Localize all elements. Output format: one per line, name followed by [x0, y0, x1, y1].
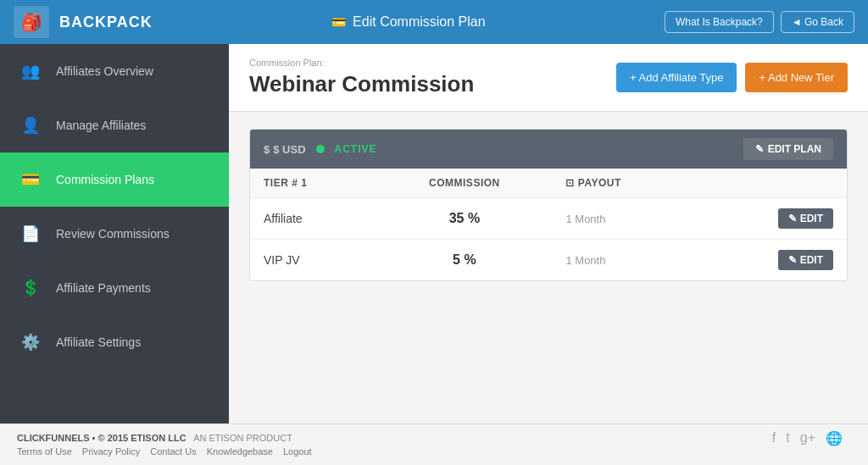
twitter-icon[interactable]: t: [786, 430, 789, 446]
sidebar: 👥 Affiliates Overview 👤 Manage Affiliate…: [0, 44, 229, 423]
review-commissions-icon: 📄: [17, 220, 44, 247]
globe-icon[interactable]: 🌐: [826, 430, 843, 446]
commission-header: COMMISSION: [376, 169, 552, 198]
content-header-left: Commission Plan: Webinar Commission: [249, 58, 474, 97]
credit-card-icon: 💳: [331, 15, 346, 29]
sidebar-item-label: Manage Affiliates: [56, 119, 146, 132]
plan-status-bar: $ $ USD ACTIVE ✎ EDIT PLAN: [250, 130, 847, 169]
tier-table: TIER # 1 COMMISSION ⊡ PAYOUT Affiliate 3…: [250, 169, 847, 280]
add-affiliate-type-button[interactable]: + Add Affiliate Type: [616, 63, 737, 92]
top-nav-actions: What Is Backpack? ◄ Go Back: [665, 11, 854, 33]
table-row: VIP JV 5 % 1 Month ✎ EDIT: [250, 240, 847, 281]
row-vip-edit-col: ✎ EDIT: [700, 240, 847, 281]
content-header: Commission Plan: Webinar Commission + Ad…: [229, 44, 868, 112]
edit-icon: ✎: [755, 143, 764, 155]
dollar-icon: $: [264, 143, 270, 156]
footer: CLICKFUNNELS • © 2015 ETISON LLC AN ETIS…: [0, 423, 868, 465]
sidebar-item-label: Review Commissions: [56, 227, 170, 241]
affiliate-payments-icon: 💲: [17, 274, 44, 302]
plan-currency: $ $ USD: [264, 143, 306, 156]
footer-link-terms[interactable]: Terms of Use: [17, 446, 72, 457]
tier-name-header: TIER # 1: [250, 169, 376, 198]
edit-plan-button[interactable]: ✎ EDIT PLAN: [743, 138, 833, 160]
manage-affiliates-icon: 👤: [17, 112, 44, 139]
plan-container: $ $ USD ACTIVE ✎ EDIT PLAN: [229, 112, 868, 298]
footer-link-contact[interactable]: Contact Us: [150, 446, 196, 457]
row-vip-edit-button[interactable]: ✎ EDIT: [778, 250, 833, 270]
row-affiliate-commission: 35 %: [376, 198, 552, 240]
facebook-icon[interactable]: f: [772, 430, 776, 446]
sidebar-item-label: Affiliate Payments: [56, 281, 151, 295]
status-dot-icon: [316, 145, 325, 153]
affiliate-settings-icon: ⚙️: [17, 329, 44, 356]
content-header-actions: + Add Affiliate Type + Add New Tier: [616, 63, 848, 92]
payout-header: ⊡ PAYOUT: [552, 169, 699, 198]
footer-link-kb[interactable]: Knowledgebase: [207, 446, 273, 457]
backpack-logo-icon: 🎒: [21, 12, 42, 32]
commission-plans-icon: 💳: [17, 166, 44, 193]
commission-plan-title: Webinar Commission: [249, 71, 474, 97]
sidebar-item-label: Affiliates Overview: [56, 64, 153, 78]
top-nav: 🎒 BACKPACK 💳 Edit Commission Plan What I…: [0, 0, 868, 44]
row-affiliate-edit-button[interactable]: ✎ EDIT: [778, 208, 833, 229]
main-layout: 👥 Affiliates Overview 👤 Manage Affiliate…: [0, 44, 868, 423]
footer-links: Terms of Use Privacy Policy Contact Us K…: [17, 446, 851, 457]
what-is-backpack-button[interactable]: What Is Backpack?: [665, 11, 774, 33]
commission-plan-label: Commission Plan:: [249, 58, 474, 68]
footer-social: f t g+ 🌐: [772, 430, 843, 446]
content-area: Commission Plan: Webinar Commission + Ad…: [229, 44, 868, 423]
row-vip-commission: 5 %: [376, 240, 552, 281]
sidebar-item-affiliate-settings[interactable]: ⚙️ Affiliate Settings: [0, 315, 229, 369]
sidebar-item-commission-plans[interactable]: 💳 Commission Plans: [0, 152, 229, 207]
row-vip-payout: 1 Month: [552, 240, 699, 281]
logo-box: 🎒: [14, 6, 49, 38]
page-title: 💳 Edit Commission Plan: [331, 14, 486, 30]
footer-copyright: CLICKFUNNELS • © 2015 ETISON LLC AN ETIS…: [17, 433, 851, 443]
row-affiliate-edit-col: ✎ EDIT: [700, 198, 847, 240]
brand-name: BACKPACK: [59, 14, 153, 31]
actions-header: [700, 169, 847, 198]
footer-link-logout[interactable]: Logout: [283, 446, 312, 457]
tier-header-row: TIER # 1 COMMISSION ⊡ PAYOUT: [250, 169, 847, 198]
add-new-tier-button[interactable]: + Add New Tier: [745, 63, 848, 92]
plan-card: $ $ USD ACTIVE ✎ EDIT PLAN: [249, 129, 848, 281]
sidebar-item-affiliate-payments[interactable]: 💲 Affiliate Payments: [0, 261, 229, 315]
footer-link-privacy[interactable]: Privacy Policy: [82, 446, 140, 457]
sidebar-item-label: Commission Plans: [56, 173, 154, 186]
googleplus-icon[interactable]: g+: [800, 430, 815, 446]
plan-status-text: ACTIVE: [335, 143, 377, 155]
affiliates-overview-icon: 👥: [17, 58, 44, 85]
table-row: Affiliate 35 % 1 Month ✎ EDIT: [250, 198, 847, 240]
sidebar-item-affiliates-overview[interactable]: 👥 Affiliates Overview: [0, 44, 229, 98]
sidebar-item-label: Affiliate Settings: [56, 335, 141, 349]
row-vip-name: VIP JV: [250, 240, 376, 281]
sidebar-item-review-commissions[interactable]: 📄 Review Commissions: [0, 207, 229, 261]
go-back-button[interactable]: ◄ Go Back: [781, 11, 854, 33]
sidebar-item-manage-affiliates[interactable]: 👤 Manage Affiliates: [0, 98, 229, 152]
row-affiliate-name: Affiliate: [250, 198, 376, 240]
row-affiliate-payout: 1 Month: [552, 198, 699, 240]
